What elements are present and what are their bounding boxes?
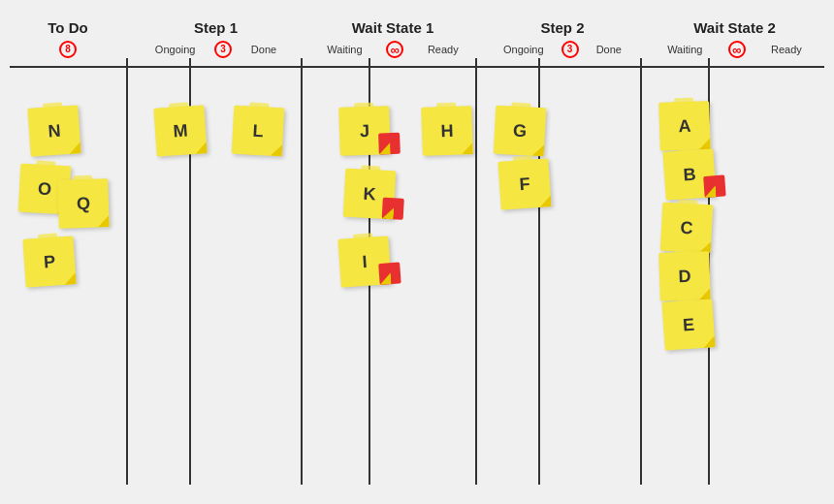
divider-step1 [301, 58, 303, 485]
card-C[interactable]: C [660, 203, 714, 254]
wait1-section: Wait State 1 Waiting ∞ Ready J K I H [310, 10, 475, 58]
card-E[interactable]: E [661, 299, 715, 351]
card-G[interactable]: G [494, 106, 547, 157]
card-Q[interactable]: Q [57, 178, 110, 229]
card-B[interactable]: B [662, 148, 716, 201]
step1-done-label: Done [251, 44, 276, 55]
step2-done-label: Done [596, 44, 622, 55]
wait1-waiting-label: Waiting [327, 44, 362, 55]
wait2-ready-label: Ready [771, 44, 802, 55]
wait2-badge: ∞ [728, 41, 746, 58]
card-D[interactable]: D [658, 251, 711, 301]
divider-1 [126, 58, 128, 485]
step2-section: Step 2 Ongoing 3 Done G F [485, 10, 640, 58]
board: To Do 8 N O Q P Step 1 Ongoing 3 Done M … [0, 0, 834, 504]
card-A[interactable]: A [658, 101, 711, 151]
step2-header: Step 2 [485, 10, 640, 36]
todo-badge: 8 [59, 41, 77, 58]
step1-ongoing-label: Ongoing [155, 44, 196, 55]
step1-section: Step 1 Ongoing 3 Done M L [136, 10, 296, 58]
wait1-badge: ∞ [386, 41, 403, 58]
card-J[interactable]: J [338, 106, 391, 156]
step2-badge: 3 [561, 41, 579, 58]
separator-line [10, 66, 824, 68]
card-K[interactable]: K [343, 169, 397, 220]
card-N[interactable]: N [27, 105, 80, 157]
card-H[interactable]: H [421, 106, 473, 156]
wait1-ready-label: Ready [428, 44, 459, 55]
divider-step2-right [640, 58, 642, 485]
divider-wait1-right [475, 58, 477, 485]
step2-ongoing-label: Ongoing [503, 44, 544, 55]
todo-section: To Do 8 N O Q P [10, 10, 126, 58]
wait2-waiting-label: Waiting [667, 44, 702, 55]
card-P[interactable]: P [22, 236, 76, 288]
card-I[interactable]: I [337, 236, 391, 288]
card-L[interactable]: L [232, 106, 285, 157]
wait2-section: Wait State 2 Waiting ∞ Ready A B C D E [650, 10, 819, 58]
wait1-header: Wait State 1 [310, 10, 475, 36]
wait2-header: Wait State 2 [650, 10, 819, 36]
step1-header: Step 1 [136, 10, 296, 36]
card-M[interactable]: M [153, 105, 207, 157]
step1-badge: 3 [214, 41, 232, 58]
card-F[interactable]: F [497, 158, 551, 210]
todo-header: To Do [10, 10, 126, 36]
